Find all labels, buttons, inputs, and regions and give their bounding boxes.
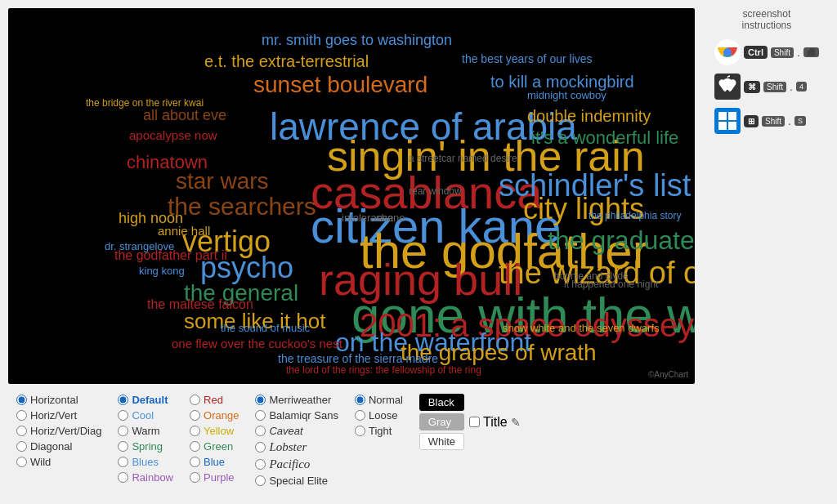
bg-white-button[interactable]: White xyxy=(419,433,464,450)
pencil-icon[interactable]: ✎ xyxy=(511,416,521,429)
windows-row: ⊞ Shift . S xyxy=(714,108,806,134)
scheme-spring[interactable]: Spring xyxy=(118,440,173,453)
word-the-best-years-of-ou: the best years of our lives xyxy=(462,53,593,65)
bg-black-button[interactable]: Black xyxy=(419,394,464,411)
bg-gray-button[interactable]: Gray xyxy=(419,413,464,430)
bg-buttons: Black Gray White xyxy=(419,394,464,450)
word-king-kong: king kong xyxy=(139,265,185,276)
color-group: Red Orange Yellow Green Blue Purple xyxy=(190,394,239,487)
word-midnight-cowboy: midnight cowboy xyxy=(527,90,606,100)
scheme-blues[interactable]: Blues xyxy=(118,456,173,468)
shift-key-chrome: Shift xyxy=(771,47,794,58)
size-tight[interactable]: Tight xyxy=(355,425,403,437)
word-psycho: psycho xyxy=(200,253,293,283)
right-panel: screenshotinstructions Ctrl Shift . ⬛ xyxy=(706,0,837,504)
word-apocalypse-now: apocalypse now xyxy=(129,129,217,141)
shift-key-win: Shift xyxy=(762,116,785,127)
svg-rect-5 xyxy=(718,112,727,120)
word-snow-white-and-the-s: snow white and the seven dwarfs xyxy=(503,323,660,333)
color-scheme-group: Default Cool Warm Spring Blues Rainbow xyxy=(118,394,173,487)
scheme-warm[interactable]: Warm xyxy=(118,425,173,437)
windows-icon xyxy=(714,108,741,134)
svg-rect-7 xyxy=(718,122,727,130)
screen-key-mac: 4 xyxy=(796,82,807,91)
word-to-kill-a-mockingbir: to kill a mockingbird xyxy=(490,74,634,90)
controls-area: Horizontal Horiz/Vert Horiz/Vert/Diag Di… xyxy=(8,384,698,487)
svg-rect-6 xyxy=(728,112,736,120)
word-shane: shane xyxy=(376,212,405,223)
word-mr.-smith-goes-to-wa: mr. smith goes to washington xyxy=(262,33,452,47)
anychart-label: ©AnyChart xyxy=(648,370,688,379)
screen-key-chrome: ⬛ xyxy=(803,47,819,57)
svg-rect-8 xyxy=(728,122,736,130)
apple-icon xyxy=(714,74,741,100)
word-cloud-inner: mr. smith goes to washingtone.t. the ext… xyxy=(8,8,695,384)
scheme-default[interactable]: Default xyxy=(118,394,173,406)
word-the-lord-of-the-ring: the lord of the rings: the fellowship of… xyxy=(286,365,481,375)
title-row: Title ✎ xyxy=(469,415,521,430)
font-group: Merriweather Balamiqr Sans Caveat Lobste… xyxy=(255,394,338,487)
font-balamiq[interactable]: Balamiqr Sans xyxy=(255,409,338,421)
bg-color-group: Black Gray White Title ✎ xyxy=(419,394,521,487)
svg-rect-4 xyxy=(714,108,741,134)
color-blue[interactable]: Blue xyxy=(190,456,239,468)
screenshot-section: screenshotinstructions Ctrl Shift . ⬛ xyxy=(714,8,819,134)
size-group: Normal Loose Tight xyxy=(355,394,403,487)
word-a-streetcar-named-de: a streetcar named desire xyxy=(409,154,517,163)
word-star-wars: star wars xyxy=(176,170,269,193)
color-orange[interactable]: Orange xyxy=(190,409,239,421)
screenshot-title: screenshotinstructions xyxy=(714,8,819,31)
layout-group: Horizontal Horiz/Vert Horiz/Vert/Diag Di… xyxy=(16,394,101,487)
color-green[interactable]: Green xyxy=(190,440,239,453)
left-panel: mr. smith goes to washingtone.t. the ext… xyxy=(0,0,706,504)
color-red[interactable]: Red xyxy=(190,394,239,406)
word-the-treasure-of-the-: the treasure of the sierra madre xyxy=(278,353,438,364)
word-the-graduate: the graduate xyxy=(548,227,695,253)
layout-horiz-vert-diag[interactable]: Horiz/Vert/Diag xyxy=(16,425,101,437)
screen-key-win: S xyxy=(794,116,806,126)
font-merriweather[interactable]: Merriweather xyxy=(255,394,338,406)
word-it's-a-wonderful-lif: it's a wonderful life xyxy=(531,129,678,147)
mac-row: ⌘ Shift . 4 xyxy=(714,74,807,100)
word-sunset-boulevard: sunset boulevard xyxy=(253,74,427,96)
cmd-key: ⌘ xyxy=(744,81,760,93)
title-checkbox[interactable] xyxy=(469,417,480,427)
ctrl-key: Ctrl xyxy=(744,46,768,59)
scheme-rainbow[interactable]: Rainbow xyxy=(118,471,173,484)
word-double-indemnity: double indemnity xyxy=(527,108,651,124)
word-the-philadelphia-sto: the philadelphia story xyxy=(589,211,681,221)
title-label: Title xyxy=(483,415,508,430)
word-all-about-eve: all about eve xyxy=(143,108,226,123)
layout-wild[interactable]: Wild xyxy=(16,456,101,468)
svg-point-2 xyxy=(723,48,732,56)
scheme-cool[interactable]: Cool xyxy=(118,409,173,421)
chrome-icon xyxy=(714,39,741,65)
layout-horiz-vert[interactable]: Horiz/Vert xyxy=(16,409,101,421)
font-special-elite[interactable]: Special Elite xyxy=(255,475,338,487)
color-yellow[interactable]: Yellow xyxy=(190,425,239,437)
font-lobster[interactable]: Lobster xyxy=(255,440,338,454)
chrome-row: Ctrl Shift . ⬛ xyxy=(714,39,819,65)
layout-diagonal[interactable]: Diagonal xyxy=(16,440,101,453)
word-cloud: mr. smith goes to washingtone.t. the ext… xyxy=(8,8,695,384)
word-the-sound-of-music: the sound of music xyxy=(221,323,310,333)
size-normal[interactable]: Normal xyxy=(355,394,403,406)
shift-key-mac: Shift xyxy=(763,82,786,92)
font-pacifico[interactable]: Pacifico xyxy=(255,457,338,471)
font-caveat[interactable]: Caveat xyxy=(255,425,338,437)
word-rear-window: rear window xyxy=(409,186,462,196)
word-e.t.-the-extra-terre: e.t. the extra-terrestrial xyxy=(204,53,369,69)
layout-horizontal[interactable]: Horizontal xyxy=(16,394,101,406)
size-loose[interactable]: Loose xyxy=(355,409,403,421)
word-one-flew-over-the-cu: one flew over the cuckoo's nest xyxy=(172,337,342,350)
main-container: mr. smith goes to washingtone.t. the ext… xyxy=(0,0,837,504)
title-pencil-group: Title ✎ xyxy=(469,415,521,430)
word-the-searchers: the searchers xyxy=(168,194,316,219)
win-key: ⊞ xyxy=(744,115,759,127)
color-purple[interactable]: Purple xyxy=(190,471,239,484)
